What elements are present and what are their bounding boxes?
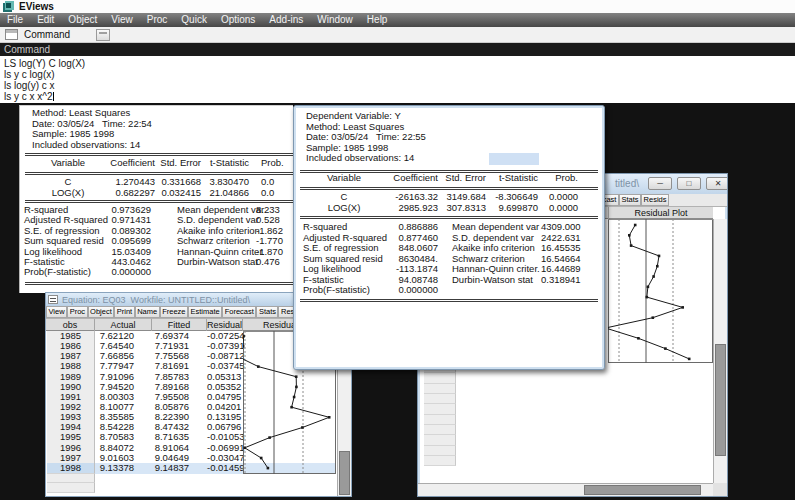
gap [438, 275, 452, 286]
command-dock-strip: Command [0, 27, 795, 43]
coef-cell: 307.8313 [438, 203, 486, 214]
empty-obs-cell [47, 473, 95, 483]
eq03-title: Equation: EQ03 Workfile: UNTITLED::Untit… [62, 295, 250, 305]
gap [151, 205, 177, 215]
menu-item-file[interactable]: File [0, 13, 30, 27]
eq01-stats: R-squared0.973629Mean dependent var8.233… [24, 205, 293, 278]
menu-item-help[interactable]: Help [360, 13, 395, 27]
separator [25, 172, 293, 175]
toolbar-button-stats[interactable]: Stats [619, 194, 641, 206]
eq02-output-window[interactable]: Dependent Variable: YMethod: Least Squar… [293, 105, 605, 370]
coef-cell: 3149.684 [438, 192, 486, 203]
toolbar-button-forecast[interactable]: Forecast [222, 306, 256, 318]
command-pane-header: Command [0, 43, 795, 56]
stat-label: Hannan-Quinn criter. [452, 264, 541, 275]
gap [151, 257, 177, 267]
col-header: Prob. [249, 158, 293, 169]
toolbar-button-view[interactable]: View [46, 306, 67, 318]
coef-cell: 0.0000 [538, 192, 578, 203]
residual-plot-svg [608, 219, 713, 363]
menu-item-addins[interactable]: Add-ins [262, 13, 310, 27]
toolbar-button-stats[interactable]: Stats [256, 306, 278, 318]
stat-value: 16.44689 [541, 264, 578, 275]
stat-value: 848.0607 [391, 243, 438, 254]
scrollbar-thumb[interactable] [584, 485, 701, 495]
command-history-line: ls log(y) c x [4, 80, 795, 91]
toolbar-button-print[interactable]: Print [114, 306, 134, 318]
coef-cell: 1.270443 [110, 177, 155, 188]
empty-obs-cell [424, 435, 456, 445]
menu-item-view[interactable]: View [104, 13, 140, 27]
coef-cell: 0.032415 [155, 188, 201, 199]
eviews-application: EViews FileEditObjectViewProcQuickOption… [0, 0, 795, 500]
stat-value: 0.318941 [541, 275, 578, 286]
coef-cell: 0.331668 [155, 177, 201, 188]
col-header: Std. Error [155, 158, 201, 169]
separator [25, 282, 293, 285]
col-header: Coefficient [385, 173, 438, 184]
eviews-logo [3, 1, 15, 12]
menu-item-quick[interactable]: Quick [174, 13, 214, 27]
stat-value: 0.000000 [108, 267, 151, 277]
right-vertical-scrollbar[interactable] [713, 219, 727, 483]
col-header: Variable [303, 173, 385, 184]
stat-label [177, 267, 256, 277]
stat-value: 0.000000 [391, 285, 438, 296]
eq01-coefficients: C1.2704430.3316683.8304700.0LOG(X)0.6822… [26, 177, 293, 198]
command-window-icon[interactable] [5, 29, 18, 40]
empty-obs-cell [424, 456, 456, 466]
col-header: Prob. [538, 173, 578, 184]
right-window-residual-plot [608, 219, 713, 363]
fitted-cell[interactable]: 9.14837 [152, 463, 207, 474]
output-line: Included observations: 14 [306, 153, 426, 164]
residual-cell[interactable]: -0.01459 [207, 463, 243, 474]
menu-item-object[interactable]: Object [61, 13, 104, 27]
separator [300, 299, 598, 302]
output-line: Sample: 1985 1998 [32, 129, 152, 140]
scrollbar-corner [713, 483, 727, 496]
toolbar-button-resids[interactable]: Resids [641, 194, 669, 206]
minimize-button[interactable]: ─ [648, 177, 672, 190]
empty-obs-cell [424, 415, 456, 425]
command-history-line: LS log(Y) C log(X) [4, 58, 795, 69]
stat-label: S.E. of regression [303, 243, 391, 254]
toolbar-button-freeze[interactable]: Freeze [160, 306, 188, 318]
obs-cell[interactable]: 1998 [47, 463, 95, 474]
actual-cell[interactable]: 9.13378 [95, 463, 152, 474]
stat-label: Durbin-Watson stat [452, 275, 541, 286]
menu-item-window[interactable]: Window [310, 13, 360, 27]
equation-window-icon[interactable] [48, 295, 58, 304]
toolbar-button-estimate[interactable]: Estimate [188, 306, 222, 318]
eq01-output-window[interactable]: Method: Least SquaresDate: 03/05/24 Time… [19, 105, 293, 293]
table-row[interactable]: 19989.133789.14837-0.01459 [47, 463, 243, 473]
separator [300, 187, 598, 190]
gap [151, 267, 177, 277]
empty-obs-cell [424, 394, 456, 404]
scrollbar-thumb[interactable] [339, 451, 350, 495]
maximize-button[interactable]: □ [677, 177, 701, 190]
menu-item-edit[interactable]: Edit [30, 13, 61, 27]
coef-cell: 0.682297 [110, 188, 155, 199]
close-button[interactable]: ✕ [706, 177, 728, 190]
col-header: t-Statistic [201, 158, 249, 169]
col-residual-plot[interactable]: Residual Plot [608, 207, 713, 219]
output-line: Dependent Variable: Y [306, 111, 426, 122]
coef-cell: LOG(X) [303, 203, 385, 214]
toolbar-button-object[interactable]: Object [88, 306, 115, 318]
menu-bar: FileEditObjectViewProcQuickOptionsAdd-in… [0, 13, 795, 27]
separator [25, 200, 293, 203]
app-title: EViews [19, 1, 54, 12]
stat-label: R-squared [303, 222, 391, 233]
eq02-table-header: VariableCoefficientStd. Errort-Statistic… [303, 173, 578, 184]
toolbar-button-proc[interactable]: Proc [67, 306, 87, 318]
col-header: Coefficient [110, 158, 155, 169]
main-titlebar: EViews [0, 0, 795, 13]
toolbar-button-name[interactable]: Name [135, 306, 160, 318]
scrollbar-thumb[interactable] [715, 344, 726, 456]
right-horizontal-scrollbar[interactable] [418, 483, 713, 496]
dock-toggle-icon[interactable] [96, 29, 110, 41]
command-input-area[interactable]: LS log(Y) C log(X)ls y c log(x)ls log(y)… [0, 56, 795, 103]
menu-item-proc[interactable]: Proc [140, 13, 175, 27]
empty-obs-cell [424, 373, 456, 383]
menu-item-options[interactable]: Options [214, 13, 262, 27]
